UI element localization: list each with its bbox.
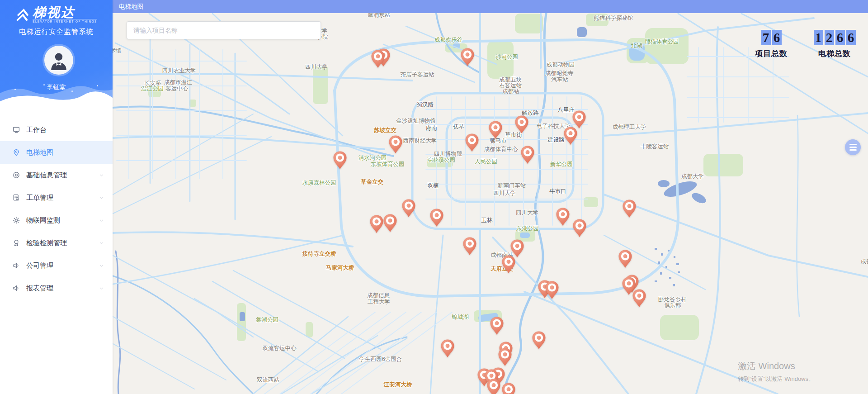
map-pin-marker[interactable] xyxy=(632,289,646,308)
monitor-icon xyxy=(12,126,20,134)
sidebar-item-工单管理[interactable]: 工单管理 xyxy=(0,186,113,209)
elevator-monitor-app: 犀浦东站熊猫科学探秘馆熊猫体育公园北湖成都动物园成都昭觉寺汽车站成都欢乐谷沙河公… xyxy=(0,0,868,394)
medal-icon xyxy=(12,239,20,247)
chevron-down-icon xyxy=(99,285,104,291)
speaker-icon xyxy=(12,284,20,292)
map-pin-marker[interactable] xyxy=(618,249,632,268)
stat-label: 项目总数 xyxy=(755,48,788,59)
sidebar-item-label: 工单管理 xyxy=(26,194,99,202)
doc-search-icon xyxy=(12,194,20,202)
sidebar-item-label: 基础信息管理 xyxy=(26,171,99,180)
logo-title: 梯视达 xyxy=(33,5,97,19)
map-pin-marker[interactable] xyxy=(371,49,385,68)
map-pin-marker[interactable] xyxy=(501,382,516,394)
chevron-down-icon xyxy=(99,195,104,201)
map-pin-marker[interactable] xyxy=(383,214,397,233)
hamburger-icon xyxy=(849,144,857,145)
map-stats: 76项目总数1266电梯总数 xyxy=(755,30,856,59)
project-search-input[interactable] xyxy=(127,21,321,39)
sidebar-item-物联网监测[interactable]: 物联网监测 xyxy=(0,209,113,232)
map-pin-marker[interactable] xyxy=(556,207,570,226)
sidebar: 梯视达 ELEVATOR INTERNET OF THINGS 电梯运行安全监管… xyxy=(0,0,113,394)
stat-digit: 2 xyxy=(825,30,834,45)
chevron-down-icon xyxy=(99,240,104,246)
map-pin-marker[interactable] xyxy=(563,126,578,145)
sidebar-item-基础信息管理[interactable]: 基础信息管理 xyxy=(0,164,113,186)
map-pin-marker[interactable] xyxy=(388,135,403,154)
stat-digit: 7 xyxy=(761,30,771,45)
sidebar-item-label: 电梯地图 xyxy=(26,148,104,157)
stat-digit: 6 xyxy=(835,30,845,45)
map-pin-marker[interactable] xyxy=(369,214,384,233)
gear-icon xyxy=(12,216,20,224)
page-topbar: 电梯地图 xyxy=(113,0,868,13)
map-pin-marker[interactable] xyxy=(498,347,512,366)
page-title: 电梯地图 xyxy=(113,0,868,13)
elevator-map[interactable]: 犀浦东站熊猫科学探秘馆熊猫体育公园北湖成都动物园成都昭觉寺汽车站成都欢乐谷沙河公… xyxy=(0,0,868,394)
sidebar-item-检验检测管理[interactable]: 检验检测管理 xyxy=(0,232,113,254)
map-pin-marker[interactable] xyxy=(501,255,516,274)
map-pin-marker[interactable] xyxy=(545,280,559,299)
stat-digit: 6 xyxy=(772,30,782,45)
logo-subtitle: ELEVATOR INTERNET OF THINGS xyxy=(33,19,97,23)
avatar[interactable] xyxy=(44,46,73,75)
map-pin-marker[interactable] xyxy=(465,133,479,152)
sidebar-header: 梯视达 ELEVATOR INTERNET OF THINGS 电梯运行安全监管… xyxy=(0,0,113,109)
sidebar-item-label: 物联网监测 xyxy=(26,216,99,225)
user-icon xyxy=(48,49,70,71)
map-pin-marker[interactable] xyxy=(514,115,529,134)
chevron-down-icon xyxy=(99,172,104,178)
chevron-down-icon xyxy=(99,218,104,223)
stat-label: 电梯总数 xyxy=(813,48,856,59)
map-pin-marker[interactable] xyxy=(488,120,503,139)
sidebar-item-工作台[interactable]: 工作台 xyxy=(0,119,113,141)
map-pin-marker[interactable] xyxy=(622,199,637,218)
logo-icon xyxy=(15,7,31,24)
sidebar-item-label: 公司管理 xyxy=(26,261,99,270)
wave-decoration xyxy=(0,81,113,109)
map-pin-marker[interactable] xyxy=(440,339,455,358)
chevron-down-icon xyxy=(99,263,104,269)
sidebar-item-电梯地图[interactable]: 电梯地图 xyxy=(0,141,113,164)
map-pin-marker[interactable] xyxy=(333,151,347,170)
map-menu-button[interactable] xyxy=(845,139,861,155)
sidebar-menu: 工作台电梯地图基础信息管理工单管理物联网监测检验检测管理公司管理报表管理 xyxy=(0,109,113,299)
map-pins-layer xyxy=(0,0,868,394)
map-pin-marker[interactable] xyxy=(532,331,546,350)
map-pin-marker[interactable] xyxy=(572,218,587,237)
sidebar-item-报表管理[interactable]: 报表管理 xyxy=(0,277,113,299)
stat-digit: 6 xyxy=(846,30,856,45)
sidebar-item-label: 检验检测管理 xyxy=(26,239,99,247)
map-pin-marker[interactable] xyxy=(462,237,477,256)
sidebar-item-label: 工作台 xyxy=(26,126,104,134)
stat-total-elevators: 1266电梯总数 xyxy=(813,30,856,59)
map-pin-marker[interactable] xyxy=(486,378,501,394)
map-pin-icon xyxy=(12,148,20,157)
map-pin-marker[interactable] xyxy=(429,208,444,227)
map-pin-marker[interactable] xyxy=(490,316,504,335)
speaker-icon xyxy=(12,261,20,270)
stat-digit: 1 xyxy=(814,30,823,45)
stat-total-projects: 76项目总数 xyxy=(755,30,788,59)
map-pin-marker[interactable] xyxy=(401,199,416,218)
brand: 梯视达 ELEVATOR INTERNET OF THINGS xyxy=(0,0,113,24)
sidebar-item-label: 报表管理 xyxy=(26,284,99,293)
project-search xyxy=(127,21,321,39)
map-pin-marker[interactable] xyxy=(460,47,475,66)
target-icon xyxy=(12,171,20,179)
map-pin-marker[interactable] xyxy=(520,145,535,164)
sidebar-item-公司管理[interactable]: 公司管理 xyxy=(0,254,113,277)
system-title: 电梯运行安全监管系统 xyxy=(0,27,113,37)
